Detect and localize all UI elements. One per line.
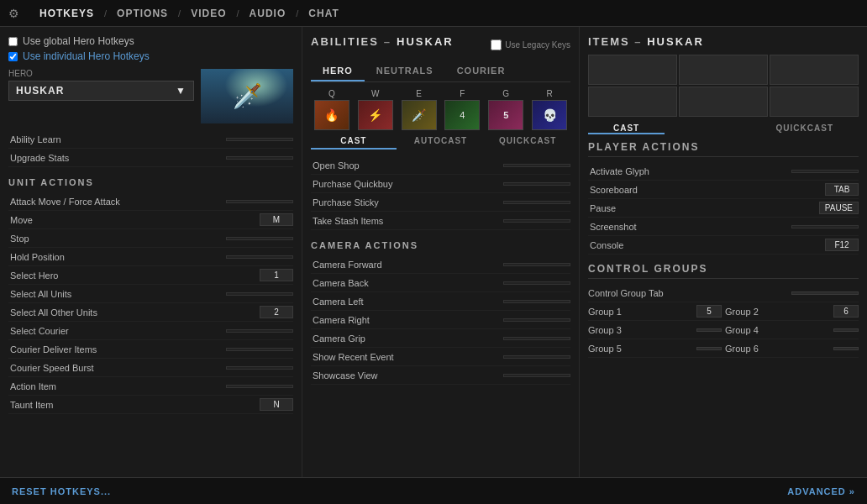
bottom-bar: RESET HOTKEYS... ADVANCED »: [0, 477, 867, 504]
abilities-hero-name: HUSKAR: [397, 35, 454, 48]
control-groups-list: Control Group Tab Group 1 5 Group 2 6 Gr…: [588, 284, 859, 358]
purchase-sticky-key[interactable]: [503, 201, 570, 204]
group6-key[interactable]: [833, 347, 859, 350]
courier-deliver-key[interactable]: [226, 348, 293, 351]
select-all-other-units-key[interactable]: 2: [260, 306, 293, 318]
cast-mode-quickcast[interactable]: QUICKCAST: [485, 134, 570, 150]
item-slot-1[interactable]: [588, 55, 677, 85]
abilities-title: ABILITIES – HUSKAR: [311, 35, 454, 48]
group2-row: Group 2 6: [725, 302, 859, 321]
nav-chat[interactable]: CHAT: [300, 8, 347, 19]
hero-dropdown[interactable]: HUSKAR ▼: [8, 81, 194, 101]
tab-courier[interactable]: COURIER: [445, 61, 518, 81]
cast-mode-cast[interactable]: CAST: [311, 134, 397, 150]
tab-neutrals[interactable]: NEUTRALS: [365, 61, 445, 81]
middle-panel: ABILITIES – HUSKAR Use Legacy Keys HERO …: [302, 27, 580, 504]
group6-row: Group 6: [725, 339, 859, 358]
ability-icon-q[interactable]: 🔥: [314, 100, 349, 130]
group4-key[interactable]: [833, 328, 859, 332]
ability-icon-g[interactable]: 5: [488, 100, 523, 130]
open-shop-key[interactable]: [503, 164, 570, 167]
pause-key[interactable]: PAUSE: [819, 202, 859, 214]
camera-actions-title: CAMERA ACTIONS: [311, 240, 570, 250]
group5-key[interactable]: [696, 347, 722, 350]
group1-key[interactable]: 5: [696, 305, 722, 318]
control-group-tab-key[interactable]: [791, 291, 859, 295]
items-dash: –: [634, 35, 647, 48]
ability-icon-w[interactable]: ⚡: [358, 100, 393, 130]
select-hero-key[interactable]: 1: [260, 269, 293, 281]
group4-label: Group 4: [725, 325, 830, 335]
item-slot-6[interactable]: [770, 87, 859, 117]
action-item-key[interactable]: [226, 385, 293, 388]
courier-speed-key[interactable]: [226, 366, 293, 370]
items-quickcast-label[interactable]: QUICKCAST: [751, 123, 859, 134]
nav-video[interactable]: VIDEO: [182, 8, 234, 19]
open-shop-label: Open Shop: [311, 160, 503, 171]
pause-label: Pause: [588, 203, 819, 213]
camera-left-key[interactable]: [503, 300, 570, 303]
camera-forward-key[interactable]: [503, 263, 570, 266]
camera-grip-key[interactable]: [503, 337, 570, 340]
showcase-view-label: Showcase View: [311, 370, 503, 381]
activate-glyph-key[interactable]: [791, 170, 859, 173]
control-groups-title: CONTROL GROUPS: [588, 263, 859, 279]
attack-move-key[interactable]: [226, 200, 293, 203]
items-cast-modes: CAST QUICKCAST: [588, 123, 859, 134]
ability-learn-key[interactable]: [226, 138, 293, 141]
hero-portrait: 🗡️: [201, 69, 293, 123]
open-shop-row: Open Shop: [311, 156, 570, 175]
take-stash-key[interactable]: [503, 219, 570, 223]
player-actions-list: Activate Glyph Scoreboard TAB Pause PAUS…: [588, 162, 859, 255]
scoreboard-row: Scoreboard TAB: [588, 181, 859, 199]
global-hotkeys-checkbox[interactable]: [8, 37, 18, 46]
hold-position-key[interactable]: [226, 255, 293, 259]
item-slot-3[interactable]: [770, 55, 859, 85]
nav-hotkeys[interactable]: HOTKEYS: [31, 8, 102, 19]
ability-icon-e[interactable]: 🗡️: [402, 100, 437, 130]
scoreboard-key[interactable]: TAB: [825, 183, 859, 196]
legacy-keys-checkbox[interactable]: [491, 39, 502, 50]
item-slot-2[interactable]: [679, 55, 768, 85]
item-slot-5[interactable]: [679, 87, 768, 117]
select-courier-key[interactable]: [226, 329, 293, 333]
ability-slot-f: F 4: [441, 89, 483, 130]
group3-key[interactable]: [696, 328, 722, 332]
courier-speed-label: Courier Speed Burst: [8, 363, 226, 373]
console-key[interactable]: F12: [825, 239, 859, 251]
abilities-title-text: ABILITIES: [311, 35, 379, 48]
reset-hotkeys-button[interactable]: RESET HOTKEYS...: [12, 486, 111, 496]
ability-slot-g: G 5: [485, 89, 527, 130]
screenshot-key[interactable]: [791, 225, 859, 228]
camera-right-key[interactable]: [503, 318, 570, 322]
show-recent-event-key[interactable]: [503, 355, 570, 359]
move-key[interactable]: M: [260, 213, 293, 226]
screenshot-row: Screenshot: [588, 218, 859, 236]
cast-mode-autocast[interactable]: AUTOCAST: [398, 134, 484, 150]
camera-forward-label: Camera Forward: [311, 260, 503, 270]
ability-key-f: F: [460, 89, 465, 98]
item-slots-grid: [588, 55, 859, 117]
abilities-header: ABILITIES – HUSKAR Use Legacy Keys: [311, 35, 570, 55]
group2-label: Group 2: [725, 307, 830, 317]
select-all-units-row: Select All Units: [8, 285, 293, 303]
taunt-item-key[interactable]: N: [260, 398, 293, 411]
nav-audio[interactable]: AUDIO: [241, 8, 295, 19]
ability-icon-f[interactable]: 4: [444, 100, 480, 130]
items-cast-label[interactable]: CAST: [588, 123, 665, 134]
advanced-button[interactable]: ADVANCED »: [787, 486, 855, 496]
camera-back-key[interactable]: [503, 281, 570, 285]
item-slot-4[interactable]: [588, 87, 677, 117]
showcase-view-key[interactable]: [503, 374, 570, 377]
groups-1-2-row: Group 1 5 Group 2 6: [588, 302, 859, 321]
purchase-quickbuy-key[interactable]: [503, 182, 570, 186]
nav-options[interactable]: OPTIONS: [108, 8, 176, 19]
select-all-units-key[interactable]: [226, 292, 293, 296]
ability-icon-r[interactable]: 💀: [532, 100, 567, 130]
group6-label: Group 6: [725, 344, 830, 354]
tab-hero[interactable]: HERO: [311, 61, 365, 81]
individual-hotkeys-checkbox[interactable]: [8, 52, 18, 61]
upgrade-stats-key[interactable]: [226, 156, 293, 160]
group2-key[interactable]: 6: [833, 305, 859, 318]
stop-key[interactable]: [226, 237, 293, 240]
